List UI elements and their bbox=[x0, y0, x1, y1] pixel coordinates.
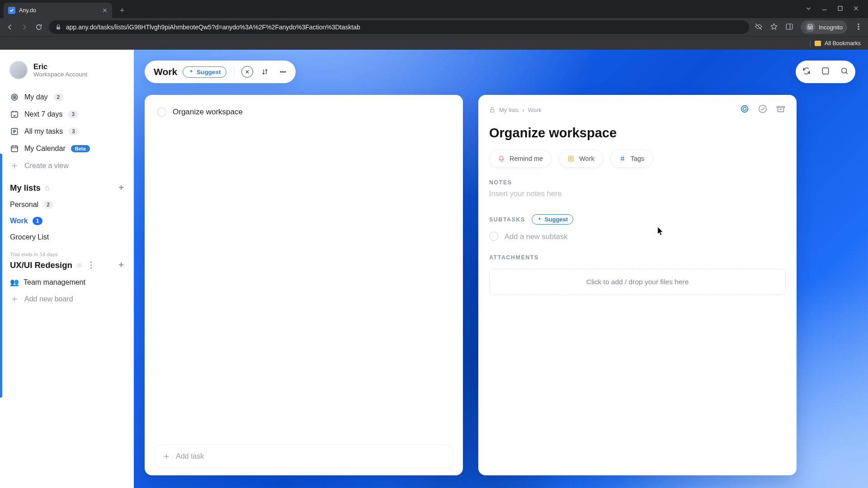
add-board-label: Add new board bbox=[24, 295, 73, 303]
address-bar[interactable]: app.any.do/tasks/lists/iG98HTlvgh9piAhmb… bbox=[49, 20, 749, 34]
bookmarks-folder-icon bbox=[815, 41, 821, 46]
list-icon bbox=[10, 127, 19, 136]
list-title[interactable]: Work bbox=[154, 66, 177, 77]
filter-clear-button[interactable] bbox=[241, 66, 253, 78]
svg-rect-13 bbox=[11, 146, 18, 152]
window-minimize-icon[interactable] bbox=[821, 5, 827, 13]
profile-name: Eric bbox=[33, 62, 87, 71]
add-subtask-input[interactable]: Add a new subtask bbox=[489, 232, 786, 241]
tab-close-icon[interactable]: ✕ bbox=[102, 7, 108, 14]
nav-my-day[interactable]: My day 2 bbox=[5, 89, 128, 106]
svg-rect-14 bbox=[46, 188, 49, 190]
incognito-label: Incognito bbox=[819, 24, 843, 31]
my-lists-heading: My lists bbox=[10, 183, 41, 193]
subtasks-suggest-button[interactable]: Suggest bbox=[532, 214, 573, 225]
separator bbox=[234, 67, 234, 77]
trial-note: Trial ends in 14 days bbox=[5, 245, 128, 258]
add-list-button[interactable]: + bbox=[118, 183, 124, 193]
browser-back-button[interactable] bbox=[5, 23, 14, 31]
svg-point-5 bbox=[858, 23, 859, 24]
side-panel-icon[interactable] bbox=[785, 23, 793, 32]
attachments-placeholder: Click to add / drop your files here bbox=[586, 278, 689, 286]
breadcrumb-separator: › bbox=[522, 107, 524, 113]
more-menu-button[interactable] bbox=[277, 66, 289, 78]
task-row[interactable]: Organize workspace bbox=[155, 105, 453, 119]
archive-task-button[interactable] bbox=[776, 104, 786, 116]
attachments-dropzone[interactable]: Click to add / drop your files here bbox=[489, 269, 786, 295]
subtask-checkbox[interactable] bbox=[489, 232, 498, 241]
profile-button[interactable]: Eric Workspace Account bbox=[5, 58, 128, 86]
plus-icon bbox=[10, 295, 19, 304]
add-subtask-placeholder: Add a new subtask bbox=[505, 232, 567, 241]
tab-title: Any.do bbox=[19, 7, 99, 14]
bookmark-star-icon[interactable] bbox=[770, 23, 778, 32]
svg-rect-1 bbox=[57, 27, 60, 29]
breadcrumb-leaf: Work bbox=[528, 107, 542, 113]
sync-button[interactable] bbox=[802, 66, 811, 77]
workspace-menu-icon[interactable]: ⋮ bbox=[87, 260, 95, 270]
remind-me-chip[interactable]: Remind me bbox=[489, 150, 552, 168]
list-item-grocery[interactable]: Grocery List bbox=[5, 229, 128, 245]
svg-point-19 bbox=[285, 71, 286, 72]
complete-task-button[interactable] bbox=[758, 104, 768, 116]
incognito-profile-button[interactable]: Incognito bbox=[801, 20, 847, 34]
subtasks-label: SUBTASKS bbox=[489, 216, 525, 223]
calendar-icon bbox=[10, 144, 19, 153]
bookmarks-separator: | bbox=[810, 40, 811, 47]
tags-chip[interactable]: Tags bbox=[610, 150, 653, 168]
svg-rect-20 bbox=[822, 68, 828, 74]
browser-reload-button[interactable] bbox=[34, 23, 43, 31]
add-workspace-button[interactable]: + bbox=[118, 260, 124, 270]
chrome-menu-icon[interactable] bbox=[854, 23, 863, 32]
beta-badge: Beta bbox=[71, 145, 90, 152]
url-text: app.any.do/tasks/lists/iG98HTlvgh9piAhmb… bbox=[66, 23, 360, 31]
focus-toggle-button[interactable] bbox=[740, 104, 750, 116]
board-label: Team management bbox=[24, 278, 85, 286]
attachments-label: ATTACHMENTS bbox=[489, 254, 786, 261]
view-toggle-button[interactable] bbox=[821, 66, 830, 77]
ai-suggest-button[interactable]: Suggest bbox=[183, 66, 226, 78]
task-detail-panel: My lists › Work Organize workspace Remin… bbox=[478, 95, 797, 475]
tab-favicon bbox=[8, 7, 15, 14]
task-checkbox[interactable] bbox=[157, 108, 166, 117]
new-tab-button[interactable]: + bbox=[116, 4, 128, 17]
board-team-management[interactable]: 👥 Team management bbox=[5, 274, 128, 291]
plus-icon bbox=[162, 452, 170, 460]
nav-my-calendar[interactable]: My Calendar Beta bbox=[5, 140, 128, 157]
svg-rect-2 bbox=[786, 24, 793, 29]
add-task-input[interactable]: Add task bbox=[155, 445, 453, 468]
eye-off-icon[interactable] bbox=[755, 23, 763, 32]
target-icon bbox=[10, 93, 19, 102]
bell-icon bbox=[498, 155, 505, 162]
task-detail-title[interactable]: Organize workspace bbox=[489, 126, 786, 141]
nav-next-7-days[interactable]: Next 7 days 3 bbox=[5, 106, 128, 123]
tabs-dropdown-icon[interactable] bbox=[806, 5, 811, 13]
list-label: Grocery List bbox=[10, 233, 49, 241]
lock-open-icon bbox=[489, 107, 495, 113]
nav-create-view[interactable]: Create a view bbox=[5, 157, 128, 174]
browser-tab[interactable]: Any.do ✕ bbox=[4, 3, 112, 18]
hash-icon bbox=[619, 155, 626, 162]
window-maximize-icon[interactable] bbox=[837, 5, 843, 13]
calendar-next-icon bbox=[10, 110, 19, 119]
avatar bbox=[9, 61, 28, 80]
nav-all-tasks[interactable]: All my tasks 3 bbox=[5, 123, 128, 140]
breadcrumb-root: My lists bbox=[499, 107, 519, 113]
svg-point-17 bbox=[281, 71, 282, 72]
svg-point-7 bbox=[858, 28, 859, 29]
list-chip[interactable]: Work bbox=[559, 150, 603, 168]
svg-point-3 bbox=[808, 27, 810, 29]
all-bookmarks-button[interactable]: All Bookmarks bbox=[825, 40, 861, 47]
list-label: Work bbox=[10, 217, 28, 225]
breadcrumb[interactable]: My lists › Work bbox=[489, 107, 542, 113]
window-close-icon[interactable] bbox=[853, 5, 859, 13]
sort-button[interactable] bbox=[259, 66, 271, 78]
list-item-work[interactable]: Work 1 bbox=[5, 213, 128, 229]
add-new-board[interactable]: Add new board bbox=[5, 291, 128, 308]
svg-rect-22 bbox=[491, 109, 494, 112]
list-item-personal[interactable]: Personal 2 bbox=[5, 197, 128, 213]
svg-point-6 bbox=[858, 26, 859, 27]
search-button[interactable] bbox=[840, 66, 849, 77]
notes-input[interactable]: Insert your notes here bbox=[489, 189, 786, 198]
workspace-header[interactable]: UX/UI Redesign ⋮ + bbox=[5, 258, 128, 274]
